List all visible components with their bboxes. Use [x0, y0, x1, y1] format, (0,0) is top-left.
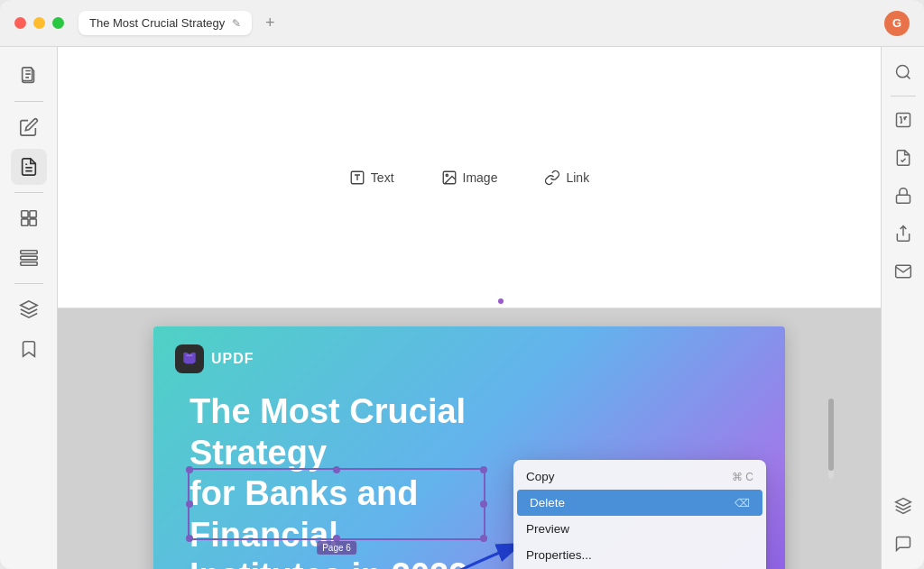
traffic-lights: [14, 17, 64, 29]
context-menu-preview[interactable]: Preview: [513, 516, 766, 542]
context-menu-properties[interactable]: Properties...: [513, 542, 766, 568]
toolbar-link-label: Link: [566, 170, 589, 185]
sidebar-icon-organize[interactable]: [11, 240, 47, 276]
right-sidebar-layers[interactable]: [887, 490, 919, 522]
context-menu-copy-label: Copy: [526, 470, 555, 483]
svg-marker-10: [20, 301, 36, 309]
sidebar-icon-edit[interactable]: [11, 109, 47, 145]
svg-point-15: [896, 66, 908, 78]
add-tab-button[interactable]: +: [259, 13, 281, 34]
context-menu: Copy ⌘ C Delete ⌫ Preview Properties...: [513, 460, 766, 569]
svg-point-13: [446, 174, 448, 176]
svg-rect-8: [20, 256, 36, 260]
svg-rect-7: [20, 251, 36, 254]
sidebar-divider-2: [14, 192, 43, 193]
toolbar-text-button[interactable]: Text: [340, 164, 403, 191]
toolbar-active-indicator: [498, 298, 504, 304]
maximize-button[interactable]: [52, 17, 64, 29]
context-menu-properties-label: Properties...: [526, 548, 592, 562]
scrollbar-thumb[interactable]: [828, 399, 834, 471]
left-sidebar: [0, 47, 58, 569]
pdf-header: UPDF: [153, 326, 785, 382]
context-menu-delete[interactable]: Delete ⌫: [517, 490, 762, 516]
toolbar-link-button[interactable]: Link: [535, 164, 598, 191]
content-area: UPDF The Most Crucial Strategy for Banks…: [58, 308, 881, 569]
main-layout: Text Image Link: [0, 47, 924, 569]
user-avatar[interactable]: G: [884, 11, 910, 36]
toolbar-text-label: Text: [371, 170, 394, 185]
titlebar: The Most Crucial Strategy ✎ + G: [0, 0, 924, 47]
svg-rect-3: [21, 211, 27, 217]
right-sidebar-chat[interactable]: [887, 528, 919, 560]
updf-logo: UPDF: [175, 344, 254, 373]
sidebar-divider-3: [14, 283, 43, 284]
active-tab[interactable]: The Most Crucial Strategy ✎: [79, 11, 252, 35]
right-sidebar-search[interactable]: [887, 56, 919, 88]
page-area[interactable]: UPDF The Most Crucial Strategy for Banks…: [58, 308, 881, 569]
tab-edit-icon[interactable]: ✎: [232, 17, 241, 30]
context-menu-delete-label: Delete: [530, 496, 565, 509]
svg-rect-18: [896, 195, 910, 203]
toolbar-image-button[interactable]: Image: [432, 164, 507, 191]
updf-logo-text: UPDF: [211, 351, 254, 367]
toolbar: Text Image Link: [58, 47, 881, 308]
tab-title: The Most Crucial Strategy: [89, 16, 225, 30]
sidebar-icon-pages[interactable]: [11, 200, 47, 236]
context-menu-preview-label: Preview: [526, 522, 569, 536]
sidebar-icon-annotate[interactable]: [11, 149, 47, 185]
sidebar-divider-1: [14, 101, 43, 102]
svg-rect-9: [20, 262, 36, 266]
sidebar-icon-document[interactable]: [11, 58, 47, 94]
close-button[interactable]: [14, 17, 26, 29]
scrollbar[interactable]: [828, 399, 834, 479]
svg-rect-17: [896, 114, 910, 127]
toolbar-image-label: Image: [463, 170, 498, 185]
sidebar-icon-layers[interactable]: [11, 291, 47, 327]
tab-area: The Most Crucial Strategy ✎ +: [79, 11, 281, 35]
svg-rect-6: [29, 219, 35, 225]
context-menu-copy[interactable]: Copy ⌘ C: [513, 463, 766, 490]
svg-line-16: [906, 76, 910, 79]
sidebar-icon-bookmark[interactable]: [11, 331, 47, 367]
svg-rect-4: [29, 211, 35, 217]
right-sidebar-email[interactable]: [887, 255, 919, 288]
right-sidebar-protect[interactable]: [887, 179, 919, 212]
right-sidebar: [881, 47, 924, 569]
right-sidebar-convert[interactable]: [887, 142, 919, 174]
svg-rect-5: [21, 219, 27, 225]
pdf-main-title: The Most Crucial Strategy for Banks and …: [189, 391, 532, 569]
updf-logo-icon: [175, 344, 204, 373]
svg-marker-20: [895, 499, 910, 506]
right-sidebar-divider-1: [891, 96, 916, 96]
right-sidebar-ocr[interactable]: [887, 104, 919, 136]
minimize-button[interactable]: [33, 17, 45, 29]
context-menu-delete-shortcut: ⌫: [735, 497, 750, 509]
context-menu-copy-shortcut: ⌘ C: [732, 471, 753, 483]
content-wrapper: Text Image Link: [58, 47, 881, 569]
right-sidebar-share[interactable]: [887, 217, 919, 250]
